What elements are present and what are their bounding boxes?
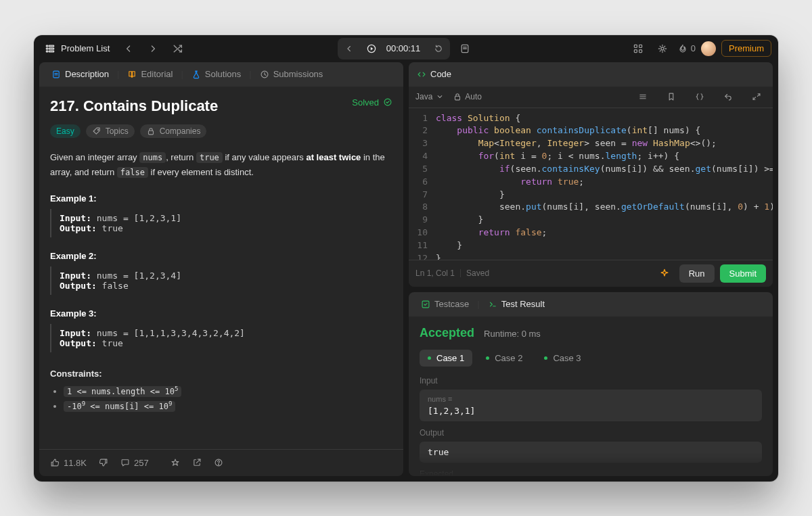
difficulty-chip: Easy: [50, 124, 81, 138]
thumbs-down-icon: [99, 458, 108, 467]
input-label: Input: [420, 376, 762, 385]
description-tabs: Description | Editorial | Solutions |: [39, 62, 403, 87]
comments-button[interactable]: 257: [115, 455, 154, 471]
streak-button[interactable]: 0: [677, 43, 696, 54]
input-box: nums = [1,2,3,1]: [420, 390, 762, 421]
output-value: true: [428, 447, 754, 457]
run-button[interactable]: Run: [679, 264, 715, 283]
left-pane: Description | Editorial | Solutions |: [39, 62, 403, 476]
language-select[interactable]: Java: [415, 92, 445, 101]
code-panel: Code Java Auto: [409, 62, 773, 287]
app-window: Problem List 00:00:11 0 Premium: [34, 35, 778, 482]
timer-value: 00:00:11: [385, 43, 422, 53]
tab-editorial[interactable]: Editorial: [122, 62, 178, 87]
result-panel: Testcase | Test Result Accepted Runtime:…: [409, 292, 773, 476]
save-status: Saved: [466, 268, 489, 278]
avatar[interactable]: [701, 41, 716, 56]
runtime: Runtime: 0 ms: [484, 329, 541, 339]
verdict: Accepted: [420, 326, 474, 340]
streak-count: 0: [691, 43, 696, 53]
example-block: Example 2: Input: nums = [1,2,3,4] Outpu…: [50, 251, 392, 295]
comment-icon: [120, 458, 130, 467]
tab-solutions[interactable]: Solutions: [186, 62, 246, 87]
bookmark-button[interactable]: [662, 87, 681, 106]
problem-title: 217. Contains Duplicate: [50, 97, 218, 115]
example-heading: Example 1:: [50, 193, 392, 204]
cursor-position: Ln 1, Col 1: [415, 268, 455, 278]
thumbs-up-icon: [50, 458, 60, 467]
shuffle-button[interactable]: [168, 39, 187, 58]
topics-chip[interactable]: Topics: [86, 124, 135, 138]
status-dot-icon: [428, 356, 431, 360]
lock-icon: [453, 92, 462, 101]
settings-button[interactable]: [653, 39, 672, 58]
example-block: Example 3: Input: nums = [1,1,1,3,3,4,3,…: [50, 308, 392, 352]
terminal-icon: [488, 300, 497, 309]
description-panel: Description | Editorial | Solutions |: [39, 62, 403, 476]
flask-icon: [191, 70, 201, 79]
solved-badge: Solved: [352, 97, 392, 108]
book-icon: [127, 70, 137, 79]
timer-collapse-button[interactable]: [340, 41, 358, 57]
code-panel-head: Code: [409, 62, 773, 87]
help-icon: [214, 458, 223, 467]
case-chip[interactable]: Case 2: [478, 350, 531, 367]
case-tabs: Case 1Case 2Case 3: [420, 350, 762, 367]
companies-chip[interactable]: Companies: [140, 124, 207, 138]
help-button[interactable]: [208, 455, 229, 470]
star-icon: [171, 458, 180, 467]
status-dot-icon: [486, 356, 489, 360]
constraints-heading: Constraints:: [50, 369, 392, 379]
output-label: Output: [420, 428, 762, 438]
timer-reset-button[interactable]: [430, 41, 447, 57]
favorite-button[interactable]: [165, 455, 185, 470]
format-button[interactable]: [633, 87, 652, 106]
code-icon: [417, 70, 426, 79]
lock-icon: [146, 126, 156, 136]
submit-button[interactable]: Submit: [720, 264, 766, 283]
like-button[interactable]: 11.8K: [45, 455, 92, 471]
layout-button[interactable]: [629, 39, 648, 58]
notes-button[interactable]: [455, 39, 474, 58]
premium-button[interactable]: Premium: [721, 40, 771, 57]
case-chip[interactable]: Case 3: [536, 350, 589, 367]
tab-description[interactable]: Description: [46, 62, 114, 87]
share-button[interactable]: [187, 455, 207, 470]
play-icon[interactable]: [366, 43, 377, 54]
dislike-button[interactable]: [93, 455, 114, 470]
next-problem-button[interactable]: [143, 39, 162, 58]
constraints-list: 1 <= nums.length <= 105-109 <= nums[i] <…: [50, 385, 392, 411]
tab-submissions[interactable]: Submissions: [254, 62, 329, 87]
description-body[interactable]: 217. Contains Duplicate Solved Easy Topi…: [39, 87, 403, 449]
clock-icon: [260, 70, 269, 79]
braces-button[interactable]: [690, 87, 709, 106]
constraint-item: 1 <= nums.length <= 105: [64, 385, 392, 396]
checkbox-icon: [421, 300, 430, 309]
result-body[interactable]: Accepted Runtime: 0 ms Case 1Case 2Case …: [409, 316, 773, 476]
output-box: true: [420, 442, 762, 463]
debug-button[interactable]: [655, 264, 674, 283]
description-footer: 11.8K 257: [39, 449, 403, 476]
case-chip[interactable]: Case 1: [420, 350, 472, 367]
list-icon: [45, 43, 55, 54]
code-lines[interactable]: class Solution { public boolean contains…: [433, 108, 773, 260]
flame-icon: [677, 43, 688, 54]
document-icon: [51, 70, 61, 79]
code-editor[interactable]: 123456789101112 class Solution { public …: [409, 108, 773, 260]
result-panel-head: Testcase | Test Result: [409, 292, 773, 316]
input-var-label: nums =: [428, 395, 754, 403]
prev-problem-button[interactable]: [119, 39, 138, 58]
example-content: Input: nums = [1,1,1,3,3,4,3,2,4,2] Outp…: [50, 324, 392, 352]
tab-testcase[interactable]: Testcase: [415, 292, 474, 316]
tab-test-result[interactable]: Test Result: [482, 292, 550, 316]
example-content: Input: nums = [1,2,3,1] Output: true: [50, 209, 392, 237]
fullscreen-button[interactable]: [747, 87, 766, 106]
editor-subheader: Java Auto: [409, 87, 773, 108]
example-block: Example 1: Input: nums = [1,2,3,1] Outpu…: [50, 193, 392, 237]
chevron-down-icon: [435, 92, 445, 101]
share-icon: [192, 458, 202, 467]
auto-toggle[interactable]: Auto: [453, 92, 482, 101]
reset-code-button[interactable]: [719, 87, 738, 106]
tab-code[interactable]: Code: [415, 62, 457, 87]
problem-list-button[interactable]: Problem List: [41, 39, 114, 58]
